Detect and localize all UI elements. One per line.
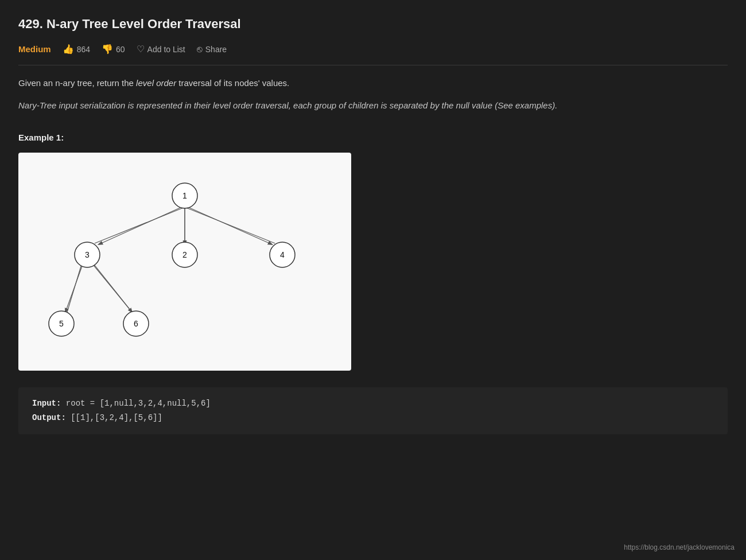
example1-label: Example 1: <box>18 131 728 145</box>
likes-button[interactable]: 👍 864 <box>63 42 90 57</box>
svg-text:3: 3 <box>85 250 90 259</box>
svg-text:2: 2 <box>182 250 187 259</box>
svg-line-9 <box>94 265 132 312</box>
note-text: Nary-Tree input serialization is represe… <box>18 98 728 113</box>
dislikes-button[interactable]: 👎 60 <box>102 42 125 57</box>
svg-line-0 <box>95 207 185 243</box>
thumbs-up-icon: 👍 <box>63 42 74 57</box>
output-key: Output: <box>32 413 66 422</box>
input-line: Input: root = [1,null,3,2,4,null,5,6] <box>32 396 714 411</box>
input-key: Input: <box>32 399 61 408</box>
add-to-list-button[interactable]: ♡ Add to List <box>137 42 185 57</box>
meta-bar: Medium 👍 864 👎 60 ♡ Add to List ⎋ Share <box>18 42 728 65</box>
desc-italic: level order <box>136 78 176 88</box>
share-icon: ⎋ <box>197 42 203 57</box>
svg-line-7 <box>189 208 272 244</box>
svg-text:1: 1 <box>182 191 187 200</box>
thumbs-down-icon: 👎 <box>102 42 113 57</box>
svg-line-5 <box>99 208 180 244</box>
code-block: Input: root = [1,null,3,2,4,null,5,6] Ou… <box>18 387 728 434</box>
svg-text:6: 6 <box>134 319 138 328</box>
svg-line-8 <box>65 265 83 312</box>
heart-icon: ♡ <box>137 42 145 57</box>
description-line1: Given an n-ary tree, return the level or… <box>18 76 728 91</box>
desc-text-1: Given an n-ary tree, return the <box>18 78 136 88</box>
problem-title: 429. N-ary Tree Level Order Traversal <box>18 14 728 34</box>
svg-line-2 <box>185 207 275 243</box>
output-line: Output: [[1],[3,2,4],[5,6]] <box>32 411 714 425</box>
add-to-list-label: Add to List <box>147 43 185 56</box>
difficulty-badge: Medium <box>18 42 51 56</box>
share-button[interactable]: ⎋ Share <box>197 42 227 57</box>
tree-diagram: .node-circle { fill: white; stroke: #333… <box>18 153 351 371</box>
svg-text:5: 5 <box>59 319 64 328</box>
svg-text:4: 4 <box>280 250 285 259</box>
output-value: [[1],[3,2,4],[5,6]] <box>71 413 162 422</box>
share-label: Share <box>205 43 227 56</box>
input-value: root = [1,null,3,2,4,null,5,6] <box>66 399 211 408</box>
likes-count: 864 <box>77 43 90 56</box>
dislikes-count: 60 <box>116 43 125 56</box>
desc-text-2: traversal of its nodes' values. <box>176 78 289 88</box>
